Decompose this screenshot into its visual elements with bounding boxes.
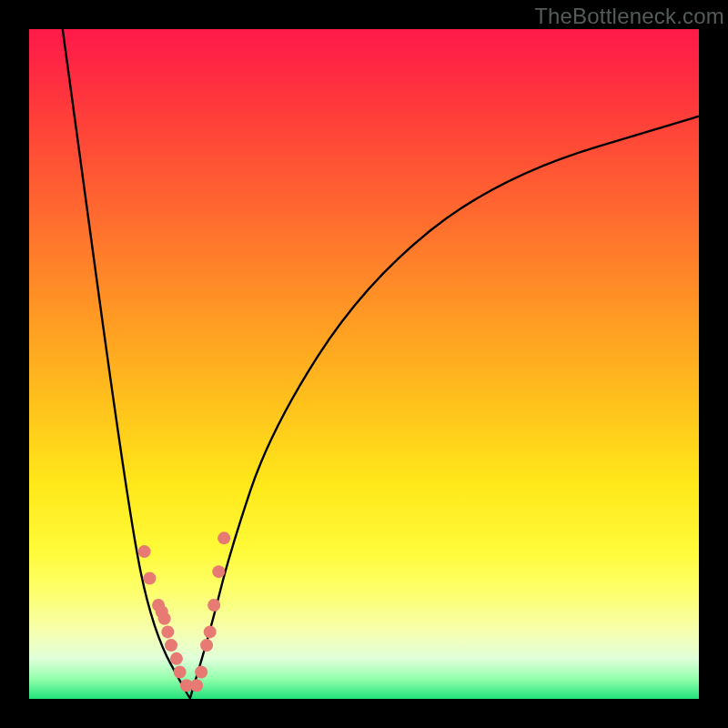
data-point <box>207 599 220 612</box>
data-point <box>138 545 151 558</box>
data-point <box>190 679 203 692</box>
data-point <box>204 625 217 638</box>
data-point <box>170 652 183 665</box>
data-point <box>212 565 225 578</box>
data-point <box>217 531 230 544</box>
data-point <box>200 639 213 652</box>
data-point <box>165 639 177 652</box>
watermark-text: TheBottleneck.com <box>534 4 724 29</box>
chart-overlay <box>29 29 699 699</box>
data-point <box>143 572 156 585</box>
outer-frame: TheBottleneck.com <box>0 0 728 728</box>
data-point <box>195 666 207 679</box>
data-points-group <box>138 531 231 692</box>
bottleneck-curve-path <box>63 29 699 699</box>
plot-area <box>29 29 699 699</box>
data-point <box>174 666 187 679</box>
data-point <box>161 625 174 638</box>
data-point <box>158 612 171 625</box>
